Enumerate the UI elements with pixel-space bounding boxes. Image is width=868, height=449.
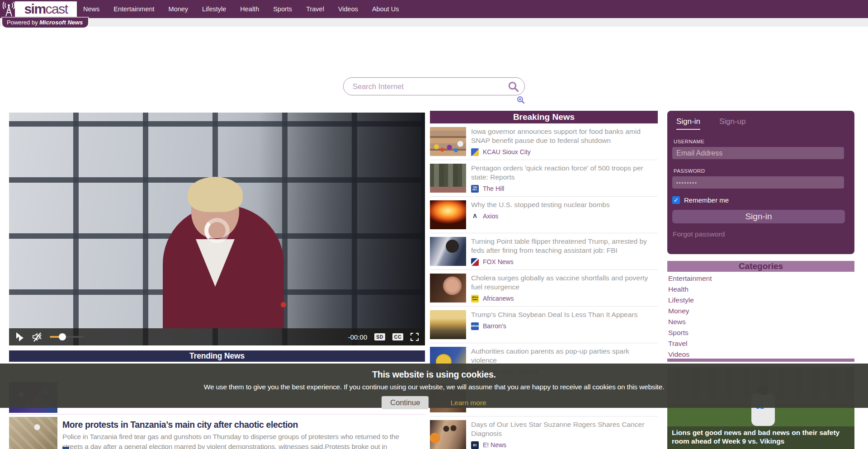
article-source-row: BARRON'SBarron's (471, 322, 637, 330)
search-bar (343, 77, 525, 95)
source-name[interactable]: The Hill (483, 185, 504, 192)
volume-knob[interactable] (59, 333, 66, 340)
tab-signup[interactable]: Sign-up (719, 117, 746, 130)
article-headline[interactable]: Authorities caution parents as pop-up pa… (471, 347, 654, 365)
nav-item-health[interactable]: Health (240, 5, 259, 13)
news-item[interactable]: Trump's China Soybean Deal Is Less Than … (430, 307, 658, 343)
article-headline[interactable]: Days of Our Lives Star Suzanne Rogers Sh… (471, 420, 654, 438)
article-source-row: E!E! News (471, 441, 654, 449)
news-item[interactable]: Days of Our Lives Star Suzanne Rogers Sh… (430, 416, 658, 449)
news-item[interactable]: Pentagon orders 'quick reaction force' o… (430, 160, 658, 197)
buffering-spinner-icon (204, 218, 230, 243)
nav-item-entertainment[interactable]: Entertainment (113, 5, 154, 13)
source-favicon: africa news (471, 295, 479, 302)
article-thumbnail[interactable] (9, 417, 57, 449)
video-player[interactable]: -00:00 SD CC (9, 113, 425, 345)
brand-logo[interactable]: simcast (15, 1, 77, 17)
article-headline[interactable]: Cholera surges globally as vaccine short… (471, 274, 654, 292)
article-thumbnail (430, 127, 466, 156)
source-favicon (471, 148, 479, 156)
tab-signin[interactable]: Sign-in (676, 117, 700, 130)
remember-me-checkbox[interactable]: ✓ (672, 196, 680, 204)
article-source-row: KCAU Sioux City (471, 148, 654, 156)
remember-me-row: ✓ Remember me (672, 196, 854, 204)
cookie-consent-banner: This website is using cookies. We use th… (0, 364, 868, 408)
trending-news-header: Trending News (9, 350, 425, 362)
cookie-title: This website is using cookies. (0, 369, 868, 380)
signin-button[interactable]: Sign-in (672, 210, 845, 223)
category-link-health[interactable]: Health (668, 284, 854, 295)
source-favicon: E! (471, 441, 479, 449)
sports-story-caption: Lions get good news and bad news on thei… (667, 426, 854, 449)
section-header-bar (667, 359, 854, 362)
nav-item-about-us[interactable]: About Us (372, 5, 399, 13)
cookie-body: We use them to give you the best experie… (0, 383, 868, 391)
sd-quality-button[interactable]: SD (374, 333, 385, 340)
divider (9, 414, 426, 415)
article-headline[interactable]: Turning Point table flipper threatened T… (471, 237, 654, 255)
article-thumbnail (430, 237, 466, 266)
fullscreen-icon[interactable] (410, 333, 419, 341)
volume-slider[interactable] (50, 336, 84, 338)
article-thumbnail (430, 274, 466, 302)
article-headline[interactable]: Iowa governor announces support for food… (471, 127, 654, 145)
source-name[interactable]: E! News (483, 441, 506, 449)
article-headline[interactable]: Why the U.S. stopped testing nuclear bom… (471, 200, 610, 209)
nav-item-money[interactable]: Money (169, 5, 189, 13)
news-item[interactable]: Iowa governor announces support for food… (430, 123, 658, 160)
search-icon[interactable] (507, 80, 519, 93)
article-headline[interactable]: Trump's China Soybean Deal Is Less Than … (471, 310, 637, 319)
article-thumbnail (430, 164, 466, 193)
video-controls: -00:00 SD CC (9, 328, 425, 345)
username-field[interactable] (672, 147, 844, 159)
article-body: Police in Tanzania fired tear gas and gu… (62, 432, 420, 449)
article-thumbnail (430, 310, 466, 339)
mute-icon[interactable] (32, 332, 42, 342)
auth-tabs: Sign-in Sign-up (667, 111, 854, 130)
categories-header: Categories (667, 261, 854, 272)
brand-logo-cast: cast (46, 1, 68, 17)
signin-panel: Sign-in Sign-up USERNAME PASSWORD ✓ Reme… (667, 111, 854, 254)
source-name[interactable]: Africanews (483, 295, 514, 302)
nav-item-travel[interactable]: Travel (306, 5, 324, 13)
source-name[interactable]: FOX News (483, 258, 514, 265)
article-source-row: africa newsAfricanews (471, 295, 654, 302)
search-input[interactable] (352, 80, 498, 93)
nav-menu: NewsEntertainmentMoneyLifestyleHealthSpo… (83, 0, 399, 18)
top-nav: simcast NewsEntertainmentMoneyLifestyleH… (0, 0, 868, 18)
source-favicon: BARRON'S (471, 322, 479, 330)
article-headline[interactable]: Pentagon orders 'quick reaction force' o… (471, 164, 654, 182)
category-link-sports[interactable]: Sports (668, 327, 854, 338)
breaking-news-header: Breaking News (430, 111, 658, 123)
category-link-news[interactable]: News (668, 317, 854, 327)
remember-me-label: Remember me (684, 196, 729, 204)
cookie-continue-button[interactable]: Continue (382, 396, 429, 409)
news-item[interactable]: Turning Point table flipper threatened T… (430, 233, 658, 270)
article-headline[interactable]: More protests in Tanzania’s main city af… (62, 420, 424, 430)
nav-item-news[interactable]: News (83, 5, 99, 13)
forgot-password-link[interactable]: Forgot password (673, 230, 854, 238)
subnav-strip (0, 18, 868, 27)
news-item[interactable]: Cholera surges globally as vaccine short… (430, 270, 658, 307)
cookie-learn-more-link[interactable]: Learn more (450, 399, 486, 407)
source-name[interactable]: KCAU Sioux City (483, 148, 531, 156)
cc-captions-button[interactable]: CC (392, 333, 403, 340)
category-link-lifestyle[interactable]: Lifestyle (668, 295, 854, 306)
zoom-in-icon[interactable] (517, 96, 525, 104)
nav-item-videos[interactable]: Videos (338, 5, 358, 13)
category-link-entertainment[interactable]: Entertainment (668, 273, 854, 284)
source-name[interactable]: Axios (483, 213, 498, 220)
password-field[interactable] (672, 176, 844, 189)
source-favicon: Λ (471, 213, 479, 220)
password-label: PASSWORD (674, 168, 854, 174)
category-link-money[interactable]: Money (668, 306, 854, 317)
article-thumbnail (430, 200, 466, 229)
category-link-travel[interactable]: Travel (668, 338, 854, 349)
nav-item-sports[interactable]: Sports (273, 5, 292, 13)
brand-logo-sim: sim (24, 1, 45, 17)
nav-item-lifestyle[interactable]: Lifestyle (202, 5, 226, 13)
news-item[interactable]: Why the U.S. stopped testing nuclear bom… (430, 197, 658, 233)
source-name[interactable]: Barron's (483, 322, 506, 330)
play-icon[interactable] (15, 332, 24, 342)
source-favicon: THE HILL (471, 185, 479, 193)
